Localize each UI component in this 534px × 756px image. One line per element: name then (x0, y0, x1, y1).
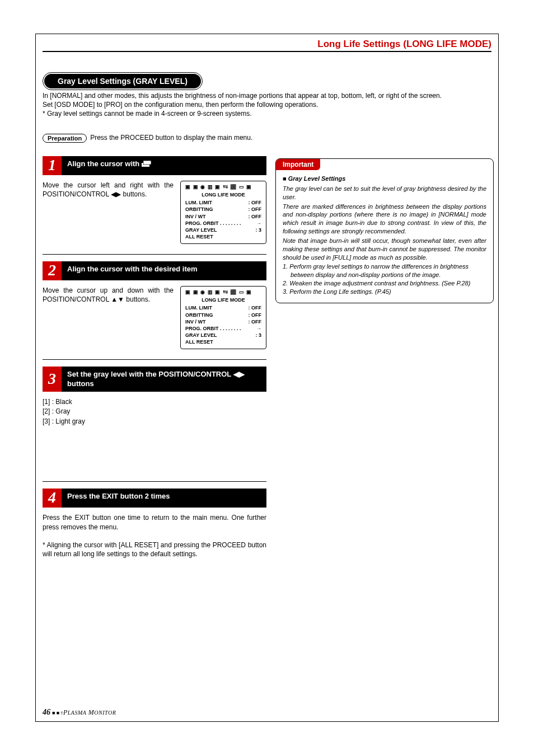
osd-icon-row: ▣ ▣ ◉ ▥ ▣ ⮀ ⬛ ▭ ▣ (185, 184, 261, 190)
important-content: Gray Level Settings The gray level can b… (276, 170, 493, 303)
intro-line: Set [OSD MODE] to [PRO] on the configura… (43, 100, 491, 109)
osd-row: GRAY LEVEL: 3 (185, 332, 261, 339)
right-column: Important Gray Level Settings The gray l… (275, 158, 494, 303)
step-body: Move the cursor up and down with the POS… (43, 286, 266, 349)
important-paragraph: The gray level can be set to suit the le… (283, 185, 486, 201)
step-number: 4 (43, 489, 62, 508)
page-frame: Long Life Settings (LONG LIFE MODE) Gray… (35, 34, 499, 722)
long-life-icon (142, 161, 154, 168)
list-item: [1] : Black (43, 397, 266, 407)
osd-row: ALL RESET (185, 233, 261, 240)
gray-level-options: [1] : Black [2] : Gray [3] : Light gray (43, 397, 266, 426)
preparation-badge: Preparation (43, 134, 87, 143)
step-separator (43, 254, 266, 255)
section-pill: Gray Level Settings (GRAY LEVEL) (43, 72, 203, 90)
intro-line: In [NORMAL] and other modes, this adjust… (43, 91, 491, 100)
osd-title: LONG LIFE MODE (185, 191, 261, 198)
intro-line: * Gray level settings cannot be made in … (43, 109, 491, 118)
step-title-text: Align the cursor with (67, 159, 142, 168)
step-number: 3 (43, 367, 62, 392)
step-title: Align the cursor with the desired item (62, 261, 266, 280)
osd-icon-row: ▣ ▣ ◉ ▥ ▣ ⮀ ⬛ ▭ ▣ (185, 289, 261, 295)
page-footer: 46 ■ ■ †PLASMA MONITOR (43, 708, 116, 717)
important-list: 1. Perform gray level settings to narrow… (283, 262, 486, 295)
page-number: 46 (43, 708, 50, 716)
osd-row: ORBITTING: OFF (185, 206, 261, 213)
preparation-row: Preparation Press the PROCEED button to … (43, 134, 266, 143)
step-title: Align the cursor with (62, 156, 266, 175)
list-item: [2] : Gray (43, 407, 266, 416)
osd-title: LONG LIFE MODE (185, 297, 261, 303)
osd-row: LUM. LIMIT: OFF (185, 199, 261, 206)
osd-row: GRAY LEVEL: 3 (185, 227, 261, 233)
important-paragraph: There are marked differences in brightne… (283, 203, 486, 236)
important-paragraph: Note that image burn-in will still occur… (283, 237, 486, 262)
list-item: 1. Perform gray level settings to narrow… (283, 262, 486, 279)
osd-panel: ▣ ▣ ◉ ▥ ▣ ⮀ ⬛ ▭ ▣ LONG LIFE MODE LUM. LI… (180, 181, 266, 244)
osd-row: ORBITTING: OFF (185, 312, 261, 318)
step-separator (43, 359, 266, 360)
list-item: 2. Weaken the image adjustment contrast … (283, 279, 486, 288)
step-body-text: Press the EXIT button one time to return… (43, 513, 266, 533)
osd-panel: ▣ ▣ ◉ ▥ ▣ ⮀ ⬛ ▭ ▣ LONG LIFE MODE LUM. LI… (180, 286, 266, 349)
section-pill-label: Gray Level Settings (GRAY LEVEL) (44, 74, 201, 88)
osd-row: ALL RESET (185, 339, 261, 345)
preparation-text: Press the PROCEED button to display the … (90, 134, 266, 142)
step-header: 3 Set the gray level with the POSITION/C… (43, 367, 266, 392)
step-separator (43, 481, 266, 482)
page-header-title: Long Life Settings (LONG LIFE MODE) (317, 39, 491, 50)
step-title: Set the gray level with the POSITION/CON… (62, 367, 266, 392)
list-item: [3] : Light gray (43, 417, 266, 426)
footer-separator: ■ ■ † (52, 710, 63, 716)
step-title: Press the EXIT button 2 times (62, 489, 266, 508)
header-rule (43, 51, 491, 52)
step-header: 2 Align the cursor with the desired item (43, 261, 266, 280)
important-tab: Important (276, 159, 320, 170)
osd-row: INV / WT: OFF (185, 318, 261, 325)
osd-row: PROG. ORBIT . . . . . . . .→ (185, 325, 261, 332)
osd-row: PROG. ORBIT . . . . . . . .→ (185, 220, 261, 227)
step-header: 1 Align the cursor with (43, 156, 266, 175)
step-body: Move the cursor left and right with the … (43, 181, 266, 244)
svg-rect-1 (143, 161, 151, 165)
osd-row: LUM. LIMIT: OFF (185, 304, 261, 311)
step-number: 2 (43, 261, 62, 280)
step-description: Move the cursor up and down with the POS… (43, 286, 174, 349)
intro-text: In [NORMAL] and other modes, this adjust… (43, 91, 491, 119)
step-number: 1 (43, 156, 62, 175)
footer-brand: PLASMA MONITOR (63, 708, 116, 716)
step-description: Move the cursor left and right with the … (43, 181, 174, 244)
important-box: Important Gray Level Settings The gray l… (275, 158, 494, 303)
step-header: 4 Press the EXIT button 2 times (43, 489, 266, 508)
left-column: 1 Align the cursor with Move the cursor … (43, 156, 266, 558)
step-footnote: * Aligning the cursor with [ALL RESET] a… (43, 541, 266, 558)
osd-row: INV / WT: OFF (185, 213, 261, 220)
list-item: 3. Perform the Long Life settings. (P.45… (283, 288, 486, 296)
important-heading: Gray Level Settings (283, 175, 486, 183)
